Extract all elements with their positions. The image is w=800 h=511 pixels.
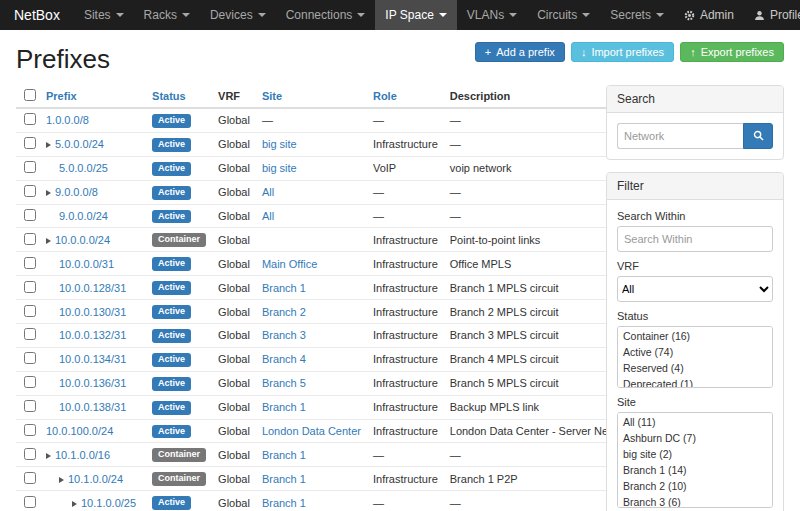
row-checkbox[interactable] (24, 424, 36, 436)
prefix-link[interactable]: 10.0.0.132/31 (59, 329, 126, 341)
site-link[interactable]: Branch 1 (262, 449, 306, 461)
prefix-link[interactable]: 10.0.0.136/31 (59, 377, 126, 389)
prefix-link[interactable]: 10.0.0.130/31 (59, 306, 126, 318)
filter-option[interactable]: Active (74) (619, 344, 771, 360)
filter-option[interactable]: Reserved (4) (619, 360, 771, 376)
column-header-role[interactable]: Role (373, 90, 397, 102)
select-all-checkbox[interactable] (24, 89, 36, 101)
prefix-link[interactable]: 10.0.0.138/31 (59, 401, 126, 413)
site-link[interactable]: Branch 1 (262, 401, 306, 413)
prefix-link[interactable]: 10.0.0.0/24 (55, 234, 110, 246)
site-link[interactable]: big site (262, 138, 297, 150)
page-title: Prefixes (16, 44, 110, 75)
row-checkbox[interactable] (24, 448, 36, 460)
row-checkbox[interactable] (24, 161, 36, 173)
prefix-cell: 10.1.0.0/16 (40, 443, 146, 467)
site-link[interactable]: Branch 1 (262, 473, 306, 485)
nav-item-circuits[interactable]: Circuits (527, 0, 600, 30)
search-within-input[interactable] (617, 226, 773, 252)
column-header-status[interactable]: Status (152, 90, 186, 102)
nav-item-sites[interactable]: Sites (74, 0, 134, 30)
row-checkbox[interactable] (24, 472, 36, 484)
prefix-table: Prefix Status VRF Site Role Description … (16, 85, 640, 511)
expand-arrow-icon[interactable] (46, 190, 51, 196)
nav-item-secrets[interactable]: Secrets (600, 0, 674, 30)
site-filter-listbox[interactable]: All (11)Ashburn DC (7)big site (2)Branch… (617, 412, 773, 508)
vrf-cell: Global (212, 252, 256, 276)
expand-arrow-icon[interactable] (46, 142, 51, 148)
filter-option[interactable]: All (11) (619, 414, 771, 430)
row-checkbox[interactable] (24, 400, 36, 412)
prefix-link[interactable]: 9.0.0.0/24 (59, 210, 108, 222)
site-link[interactable]: Branch 5 (262, 377, 306, 389)
filter-option[interactable]: Container (16) (619, 328, 771, 344)
row-checkbox[interactable] (24, 352, 36, 364)
search-input[interactable] (617, 123, 743, 149)
prefix-link[interactable]: 1.0.0.0/8 (46, 114, 89, 126)
site-link[interactable]: Branch 1 (262, 497, 306, 509)
site-link[interactable]: Branch 1 (262, 282, 306, 294)
nav-item-vlans[interactable]: VLANs (457, 0, 527, 30)
filter-option[interactable]: Ashburn DC (7) (619, 430, 771, 446)
prefix-link[interactable]: 10.0.100.0/24 (46, 425, 113, 437)
role-cell: Infrastructure (367, 395, 444, 419)
filter-option[interactable]: big site (2) (619, 446, 771, 462)
prefix-cell: 10.0.0.138/31 (40, 395, 146, 419)
site-link[interactable]: All (262, 186, 274, 198)
row-checkbox[interactable] (24, 185, 36, 197)
row-checkbox[interactable] (24, 233, 36, 245)
column-header-site[interactable]: Site (262, 90, 282, 102)
prefix-link[interactable]: 10.1.0.0/24 (68, 473, 123, 485)
status-filter-listbox[interactable]: Container (16)Active (74)Reserved (4)Dep… (617, 326, 773, 388)
site-link[interactable]: Branch 4 (262, 353, 306, 365)
site-link[interactable]: Branch 2 (262, 306, 306, 318)
prefix-link[interactable]: 5.0.0.0/24 (55, 138, 104, 150)
expand-arrow-icon[interactable] (72, 501, 77, 507)
row-checkbox[interactable] (24, 137, 36, 149)
site-link[interactable]: Branch 3 (262, 329, 306, 341)
prefix-cell: 10.0.100.0/24 (40, 419, 146, 443)
prefix-link[interactable]: 10.1.0.0/16 (55, 449, 110, 461)
status-cell: Active (146, 419, 212, 443)
row-checkbox[interactable] (24, 113, 36, 125)
site-link[interactable]: big site (262, 162, 297, 174)
site-link[interactable]: Main Office (262, 258, 317, 270)
row-checkbox[interactable] (24, 328, 36, 340)
row-checkbox[interactable] (24, 305, 36, 317)
row-checkbox[interactable] (24, 209, 36, 221)
row-checkbox[interactable] (24, 376, 36, 388)
nav-item-connections[interactable]: Connections (276, 0, 376, 30)
nav-item-ip-space[interactable]: IP Space (375, 0, 456, 30)
expand-arrow-icon[interactable] (46, 453, 51, 459)
admin-link[interactable]: Admin (674, 0, 744, 30)
expand-arrow-icon[interactable] (46, 238, 51, 244)
filter-option[interactable]: Branch 1 (14) (619, 462, 771, 478)
nav-item-devices[interactable]: Devices (200, 0, 276, 30)
prefix-link[interactable]: 10.0.0.0/31 (59, 258, 114, 270)
expand-arrow-icon[interactable] (59, 477, 64, 483)
row-checkbox[interactable] (24, 496, 36, 508)
column-header-prefix[interactable]: Prefix (46, 90, 77, 102)
row-checkbox[interactable] (24, 281, 36, 293)
role-cell: Infrastructure (367, 347, 444, 371)
export-prefixes-button[interactable]: ↑Export prefixes (680, 42, 784, 62)
site-link[interactable]: London Data Center (262, 425, 361, 437)
search-button[interactable] (743, 123, 773, 149)
vrf-select[interactable]: All (617, 276, 773, 302)
prefix-link[interactable]: 10.0.0.134/31 (59, 353, 126, 365)
prefix-link[interactable]: 9.0.0.0/8 (55, 186, 98, 198)
add-prefix-button[interactable]: +Add a prefix (475, 42, 565, 62)
row-checkbox[interactable] (24, 257, 36, 269)
vrf-cell: Global (212, 467, 256, 491)
prefix-link[interactable]: 10.0.0.128/31 (59, 282, 126, 294)
nav-item-racks[interactable]: Racks (134, 0, 200, 30)
site-link[interactable]: All (262, 210, 274, 222)
import-prefixes-button[interactable]: ↓Import prefixes (571, 42, 674, 62)
filter-option[interactable]: Branch 2 (10) (619, 478, 771, 494)
prefix-link[interactable]: 5.0.0.0/25 (59, 162, 108, 174)
filter-option[interactable]: Branch 3 (6) (619, 494, 771, 508)
brand-logo[interactable]: NetBox (0, 0, 74, 30)
profile-link[interactable]: Profile (744, 0, 800, 30)
prefix-link[interactable]: 10.1.0.0/25 (81, 497, 136, 509)
filter-option[interactable]: Deprecated (1) (619, 376, 771, 388)
